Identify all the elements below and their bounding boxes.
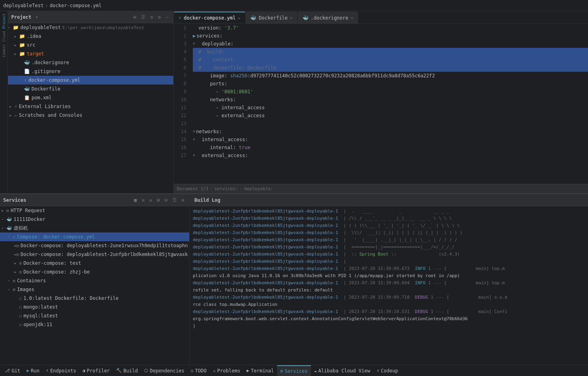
status-todo[interactable]: ☑ TODO [188, 365, 210, 376]
run-arrow-2: ▶ [193, 32, 196, 40]
tree-item-dockerfile[interactable]: ▶ 🐳 Dockerfile [8, 85, 173, 93]
status-dependencies[interactable]: ⬡ Dependencies [141, 365, 188, 376]
services-add-icon[interactable]: ⊕ [180, 197, 186, 204]
tree-item-gitignore[interactable]: ▶ 📄 .gitignore [8, 67, 173, 76]
gitignore-icon: 📄 [24, 69, 30, 74]
tree-item-pom[interactable]: ▶ 📋 pom.xml [8, 93, 173, 102]
project-icon-settings[interactable]: ⚙ [156, 14, 162, 21]
vms-label: 虚拟机 [14, 225, 28, 232]
services-filter-icon[interactable]: ⊟ [163, 197, 169, 204]
tree-item-src[interactable]: ▶ 📁 src [8, 41, 173, 49]
build-log-header: Build Log [190, 194, 588, 206]
docker1-icon: 🐳 [6, 217, 12, 222]
left-icon-commit[interactable]: Commit [1, 43, 7, 58]
status-alibaba[interactable]: ☁ Alibaba Cloud View [311, 365, 374, 376]
code-content[interactable]: version: '3.7' ▶ services: ▼ deployable: [190, 24, 588, 184]
tree-item-idea[interactable]: ▶ 📁 .idea [8, 32, 173, 41]
services-split-icon[interactable]: ⇄ [148, 197, 154, 204]
http-arrow: ▶ [2, 209, 6, 213]
tree-item-target[interactable]: ▶ 📁 target [8, 49, 173, 58]
code-line-7: image: sha256:d972977741140c52c000273227… [193, 72, 588, 80]
build-log-title: Build Log [194, 197, 220, 203]
code-line-10: networks: [193, 96, 588, 104]
images-icon: ⊞ [13, 287, 16, 292]
tree-item-scratches[interactable]: ▶ ✏ Scratches and Consoles [8, 111, 173, 120]
services-stop-icon[interactable]: ■ [133, 197, 139, 204]
run-icon: ▶ [27, 368, 30, 373]
status-run[interactable]: ▶ Run [24, 365, 43, 376]
idea-label: .idea [27, 33, 41, 39]
svc-containers[interactable]: ▾ ⊞ Containers [0, 276, 189, 285]
svc-dc2[interactable]: ▶ ⊞ Docker-compose: deployabletest-2unfp… [0, 250, 189, 259]
svc-dc1[interactable]: ▶ ⊞ Docker-compose: deployabletest-2une1… [0, 241, 189, 250]
compose-svc-icon: ⚡ [13, 234, 16, 240]
project-icon-filter[interactable]: ≡ [148, 14, 154, 21]
dc3-label: Docker-compose: test [24, 260, 81, 266]
code-area[interactable]: 1 2 3 4 5 6 7 8 9 10 11 12 13 14 15 16 1 [174, 24, 588, 184]
breadcrumb-deployable: deployable: [244, 186, 273, 191]
fold-7 [193, 72, 198, 80]
tab-dockerfile-close[interactable]: ✕ [290, 16, 293, 20]
project-title: Project [11, 14, 32, 20]
fold-14: ▼ [193, 128, 195, 136]
project-icon-minimize[interactable]: − [164, 14, 170, 21]
svc-dc4[interactable]: ▶ ⊞ Docker-compose: zhzj-be [0, 268, 189, 276]
scratches-label: Scratches and Consoles [19, 112, 82, 118]
services-scroll-icon[interactable]: ☰ [171, 197, 178, 204]
project-icon-collapse[interactable]: ☰ [139, 14, 147, 21]
tab-dockerignore-close[interactable]: ✕ [351, 16, 353, 20]
project-dropdown[interactable]: ▾ [34, 14, 40, 21]
services-list-icon[interactable]: ≡ [140, 197, 146, 204]
code-line-17: ▼ external_access: [193, 152, 588, 159]
status-terminal[interactable]: ▶ Terminal [244, 365, 277, 376]
tree-item-docker-compose[interactable]: ▶ ⚡ docker-compose.yml [8, 76, 173, 85]
code-line-13 [193, 120, 588, 128]
code-line-12: - external_access [193, 112, 588, 120]
svc-img3[interactable]: ◻ mysql:latest [0, 311, 189, 320]
src-label: src [27, 42, 36, 48]
left-icon-project[interactable]: Project [1, 13, 7, 30]
svc-img2[interactable]: ◻ mongo:latest [0, 303, 189, 311]
services-grid-icon[interactable]: ⊞ [155, 197, 161, 204]
endpoints-label: Endpoints [50, 368, 76, 374]
tree-item-dockerignore[interactable]: ▶ 🐳 .dockerignore [8, 58, 173, 67]
status-codeup[interactable]: ↑ Codeup [373, 365, 401, 376]
tree-root[interactable]: ▾ 📁 deployableTest E:\per_work\java\depl… [8, 23, 173, 32]
project-icon-sync[interactable]: ⊞ [132, 14, 138, 21]
tab-docker-compose[interactable]: ⚡ docker-compose.yml ✕ [174, 12, 245, 24]
containers-arrow: ▾ [8, 279, 13, 283]
svc-vms[interactable]: ▾ 🐳 虚拟机 [0, 224, 189, 232]
img3-label: mysql:latest [24, 313, 58, 319]
services-panel: Services ■ ≡ ⇄ ⊞ ⊟ ☰ ⊕ ▶ ⊞ HTTP Request … [0, 194, 190, 365]
status-endpoints[interactable]: ⚡ Endpoints [43, 365, 79, 376]
tab-dockerfile[interactable]: 🐳 Dockerfile ✕ [245, 12, 297, 24]
svc-11111docker[interactable]: ▾ 🐳 11111Docker [0, 215, 189, 224]
svc-compose[interactable]: ▾ ⚡ Compose: docker-compose.yml [0, 232, 189, 241]
tab-dockerignore[interactable]: 🐳 .dockerignore ✕ [298, 12, 358, 24]
status-services[interactable]: ⊞ Services [277, 365, 311, 376]
tab-docker-compose-close[interactable]: ✕ [238, 16, 240, 20]
breadcrumb-sep2: › [240, 186, 243, 191]
status-profiler[interactable]: ◑ Profiler [79, 365, 113, 376]
target-arrow: ▶ [14, 52, 19, 56]
svc-images[interactable]: ▾ ⊞ Images [0, 285, 189, 294]
status-build[interactable]: 🔨 Build [113, 365, 141, 376]
svc-dc3[interactable]: ▶ ⊞ Docker-compose: test [0, 259, 189, 268]
title-filename: docker-compose.yml [49, 3, 101, 8]
fold-13 [193, 120, 198, 128]
svc-http-request[interactable]: ▶ ⊞ HTTP Request [0, 206, 189, 215]
fold-12 [193, 112, 198, 120]
services-tree: ▶ ⊞ HTTP Request ▾ 🐳 11111Docker ▾ 🐳 虚拟机… [0, 206, 189, 365]
terminal-label: Terminal [251, 368, 274, 374]
fold-5 [193, 56, 198, 64]
svc-img1[interactable]: ◻ 1.0:latest Dockerfile: Dockerfile [0, 294, 189, 303]
status-problems[interactable]: ⚠ Problems [210, 365, 243, 376]
svc-img4[interactable]: ◻ openjdk:11 [0, 320, 189, 329]
status-git[interactable]: ⎇ Git [2, 365, 24, 376]
idea-icon: 📁 [19, 33, 25, 39]
tree-item-extlibs[interactable]: ▶ ⚡ External Libraries [8, 102, 173, 111]
tab-yaml-icon: ⚡ [178, 15, 181, 21]
docker1-label: 11111Docker [14, 217, 45, 222]
build-log-content[interactable]: deployabletest-2unfpbrlbdkemkekl85jtgwva… [190, 206, 588, 365]
left-icon-cloud[interactable]: Cloud [1, 30, 7, 43]
